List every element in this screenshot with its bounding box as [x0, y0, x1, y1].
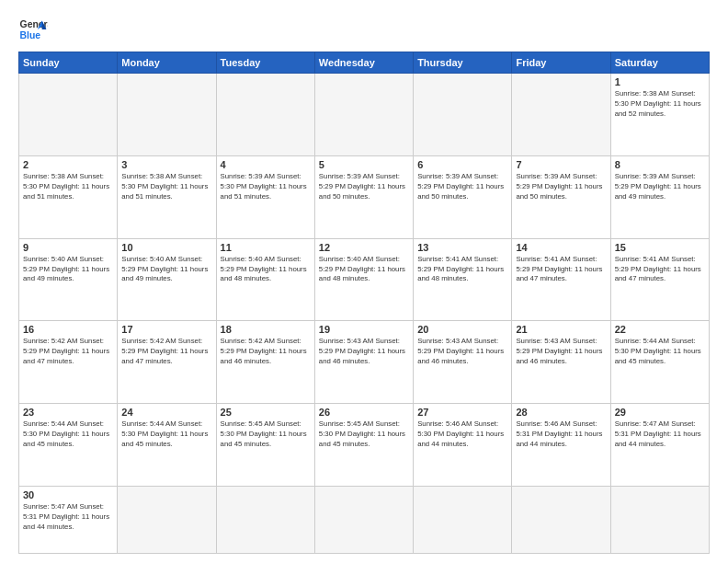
calendar-cell: 2Sunrise: 5:38 AM Sunset: 5:30 PM Daylig…	[19, 155, 118, 238]
calendar-cell: 11Sunrise: 5:40 AM Sunset: 5:29 PM Dayli…	[216, 238, 314, 321]
calendar-cell: 25Sunrise: 5:45 AM Sunset: 5:30 PM Dayli…	[216, 404, 314, 487]
calendar-cell: 4Sunrise: 5:39 AM Sunset: 5:30 PM Daylig…	[216, 155, 314, 238]
day-number: 30	[23, 489, 113, 500]
day-number: 7	[516, 159, 606, 170]
calendar-cell: 21Sunrise: 5:43 AM Sunset: 5:29 PM Dayli…	[512, 321, 610, 404]
calendar-cell: 30Sunrise: 5:47 AM Sunset: 5:31 PM Dayli…	[19, 486, 118, 553]
day-info: Sunrise: 5:40 AM Sunset: 5:29 PM Dayligh…	[23, 255, 113, 285]
calendar-cell	[216, 74, 314, 156]
calendar-week-row: 30Sunrise: 5:47 AM Sunset: 5:31 PM Dayli…	[19, 486, 710, 553]
day-info: Sunrise: 5:41 AM Sunset: 5:29 PM Dayligh…	[417, 255, 507, 285]
calendar-cell	[610, 486, 709, 553]
day-info: Sunrise: 5:44 AM Sunset: 5:30 PM Dayligh…	[615, 337, 705, 367]
calendar-cell: 19Sunrise: 5:43 AM Sunset: 5:29 PM Dayli…	[314, 321, 413, 404]
calendar-week-row: 23Sunrise: 5:44 AM Sunset: 5:30 PM Dayli…	[19, 404, 710, 487]
calendar-cell: 17Sunrise: 5:42 AM Sunset: 5:29 PM Dayli…	[118, 321, 216, 404]
calendar-cell	[216, 486, 314, 553]
day-info: Sunrise: 5:40 AM Sunset: 5:29 PM Dayligh…	[121, 255, 211, 285]
calendar-cell	[118, 74, 216, 156]
calendar-cell: 7Sunrise: 5:39 AM Sunset: 5:29 PM Daylig…	[512, 155, 610, 238]
day-number: 21	[516, 324, 606, 335]
calendar-cell: 6Sunrise: 5:39 AM Sunset: 5:29 PM Daylig…	[414, 155, 512, 238]
day-number: 13	[417, 242, 507, 253]
day-info: Sunrise: 5:39 AM Sunset: 5:29 PM Dayligh…	[319, 172, 409, 202]
day-info: Sunrise: 5:42 AM Sunset: 5:29 PM Dayligh…	[23, 337, 113, 367]
calendar-cell	[512, 74, 610, 156]
calendar-cell: 27Sunrise: 5:46 AM Sunset: 5:30 PM Dayli…	[414, 404, 512, 487]
day-number: 27	[417, 407, 507, 418]
day-number: 6	[417, 159, 507, 170]
day-info: Sunrise: 5:39 AM Sunset: 5:29 PM Dayligh…	[516, 172, 606, 202]
calendar-cell: 23Sunrise: 5:44 AM Sunset: 5:30 PM Dayli…	[19, 404, 118, 487]
day-number: 20	[417, 324, 507, 335]
day-number: 2	[23, 159, 113, 170]
calendar-cell: 28Sunrise: 5:46 AM Sunset: 5:31 PM Dayli…	[512, 404, 610, 487]
calendar-cell	[414, 74, 512, 156]
day-number: 26	[319, 407, 409, 418]
calendar-cell: 13Sunrise: 5:41 AM Sunset: 5:29 PM Dayli…	[414, 238, 512, 321]
day-number: 16	[23, 324, 113, 335]
day-info: Sunrise: 5:39 AM Sunset: 5:29 PM Dayligh…	[615, 172, 705, 202]
day-number: 1	[615, 76, 705, 87]
day-header-friday: Friday	[512, 52, 610, 74]
logo: General Blue	[18, 15, 48, 44]
day-info: Sunrise: 5:41 AM Sunset: 5:29 PM Dayligh…	[516, 255, 606, 285]
day-number: 25	[221, 407, 311, 418]
calendar-cell: 3Sunrise: 5:38 AM Sunset: 5:30 PM Daylig…	[118, 155, 216, 238]
page: General Blue SundayMondayTuesdayWednesda…	[0, 0, 728, 563]
day-info: Sunrise: 5:41 AM Sunset: 5:29 PM Dayligh…	[615, 255, 705, 285]
calendar-cell: 1Sunrise: 5:38 AM Sunset: 5:30 PM Daylig…	[610, 74, 709, 156]
day-info: Sunrise: 5:47 AM Sunset: 5:31 PM Dayligh…	[615, 419, 705, 450]
calendar-cell: 24Sunrise: 5:44 AM Sunset: 5:30 PM Dayli…	[118, 404, 216, 487]
day-number: 11	[221, 242, 311, 253]
day-info: Sunrise: 5:40 AM Sunset: 5:29 PM Dayligh…	[221, 255, 311, 285]
day-info: Sunrise: 5:38 AM Sunset: 5:30 PM Dayligh…	[23, 172, 113, 202]
day-number: 19	[319, 324, 409, 335]
calendar-week-row: 2Sunrise: 5:38 AM Sunset: 5:30 PM Daylig…	[19, 155, 710, 238]
day-number: 29	[615, 407, 705, 418]
day-info: Sunrise: 5:45 AM Sunset: 5:30 PM Dayligh…	[319, 419, 409, 450]
calendar-table: SundayMondayTuesdayWednesdayThursdayFrid…	[18, 52, 710, 554]
calendar-cell	[118, 486, 216, 553]
day-info: Sunrise: 5:43 AM Sunset: 5:29 PM Dayligh…	[319, 337, 409, 367]
calendar-cell	[414, 486, 512, 553]
day-header-wednesday: Wednesday	[314, 52, 413, 74]
day-header-tuesday: Tuesday	[216, 52, 314, 74]
calendar-cell: 10Sunrise: 5:40 AM Sunset: 5:29 PM Dayli…	[118, 238, 216, 321]
calendar-cell: 18Sunrise: 5:42 AM Sunset: 5:29 PM Dayli…	[216, 321, 314, 404]
calendar-cell: 26Sunrise: 5:45 AM Sunset: 5:30 PM Dayli…	[314, 404, 413, 487]
day-info: Sunrise: 5:46 AM Sunset: 5:31 PM Dayligh…	[516, 419, 606, 450]
day-header-saturday: Saturday	[610, 52, 709, 74]
day-number: 4	[221, 159, 311, 170]
calendar-cell: 22Sunrise: 5:44 AM Sunset: 5:30 PM Dayli…	[610, 321, 709, 404]
day-number: 28	[516, 407, 606, 418]
calendar-cell: 12Sunrise: 5:40 AM Sunset: 5:29 PM Dayli…	[314, 238, 413, 321]
day-number: 17	[121, 324, 211, 335]
day-number: 22	[615, 324, 705, 335]
day-header-thursday: Thursday	[414, 52, 512, 74]
calendar-cell: 29Sunrise: 5:47 AM Sunset: 5:31 PM Dayli…	[610, 404, 709, 487]
logo-icon: General Blue	[18, 15, 48, 44]
day-number: 3	[121, 159, 211, 170]
day-number: 9	[23, 242, 113, 253]
day-number: 18	[221, 324, 311, 335]
day-info: Sunrise: 5:47 AM Sunset: 5:31 PM Dayligh…	[23, 502, 113, 533]
calendar-cell: 15Sunrise: 5:41 AM Sunset: 5:29 PM Dayli…	[610, 238, 709, 321]
calendar-cell	[314, 486, 413, 553]
day-info: Sunrise: 5:38 AM Sunset: 5:30 PM Dayligh…	[121, 172, 211, 202]
day-number: 8	[615, 159, 705, 170]
day-info: Sunrise: 5:39 AM Sunset: 5:29 PM Dayligh…	[417, 172, 507, 202]
day-number: 23	[23, 407, 113, 418]
calendar-week-row: 1Sunrise: 5:38 AM Sunset: 5:30 PM Daylig…	[19, 74, 710, 156]
day-info: Sunrise: 5:43 AM Sunset: 5:29 PM Dayligh…	[516, 337, 606, 367]
day-number: 12	[319, 242, 409, 253]
calendar-cell: 8Sunrise: 5:39 AM Sunset: 5:29 PM Daylig…	[610, 155, 709, 238]
day-info: Sunrise: 5:42 AM Sunset: 5:29 PM Dayligh…	[121, 337, 211, 367]
day-header-monday: Monday	[118, 52, 216, 74]
day-info: Sunrise: 5:45 AM Sunset: 5:30 PM Dayligh…	[221, 419, 311, 450]
calendar-cell	[19, 74, 118, 156]
calendar-cell: 16Sunrise: 5:42 AM Sunset: 5:29 PM Dayli…	[19, 321, 118, 404]
day-info: Sunrise: 5:42 AM Sunset: 5:29 PM Dayligh…	[221, 337, 311, 367]
day-info: Sunrise: 5:46 AM Sunset: 5:30 PM Dayligh…	[417, 419, 507, 450]
day-number: 5	[319, 159, 409, 170]
